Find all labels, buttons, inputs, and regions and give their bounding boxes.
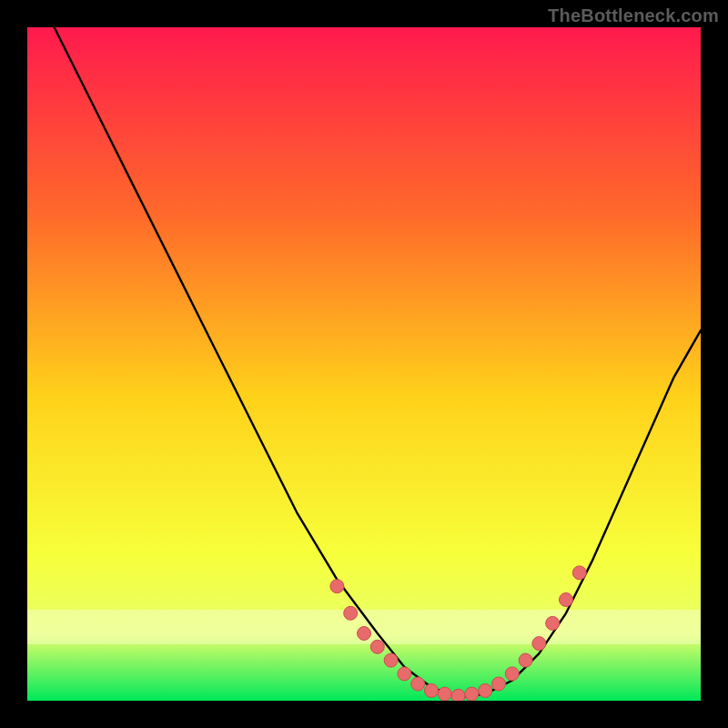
curve-marker (532, 637, 546, 651)
curve-marker (465, 687, 479, 701)
curve-marker (330, 580, 344, 593)
curve-marker (344, 606, 358, 620)
curve-marker (505, 667, 519, 681)
curve-marker (438, 687, 451, 701)
curve-marker (572, 566, 586, 580)
plot-area (27, 27, 701, 701)
curve-marker (384, 653, 398, 667)
curve-marker (370, 640, 384, 653)
curve-marker (519, 653, 532, 667)
chart-svg (27, 27, 701, 701)
curve-marker (546, 616, 560, 630)
curve-marker (425, 683, 439, 697)
curve-marker (492, 677, 506, 691)
watermark-text: TheBottleneck.com (548, 5, 719, 26)
curve-marker (479, 683, 492, 697)
curve-marker (398, 667, 411, 681)
curve-marker (358, 627, 371, 641)
curve-marker (560, 593, 573, 607)
gradient-background (27, 27, 701, 701)
chart-stage: TheBottleneck.com (0, 0, 728, 728)
curve-marker (451, 689, 465, 701)
curve-marker (411, 677, 425, 691)
